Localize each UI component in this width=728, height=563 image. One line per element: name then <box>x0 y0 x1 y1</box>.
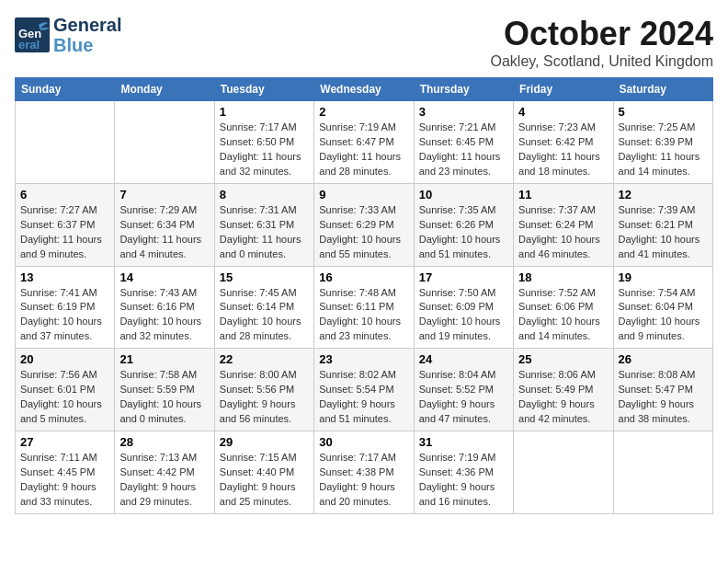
day-info: Sunrise: 7:41 AM Sunset: 6:19 PM Dayligh… <box>20 286 109 345</box>
calendar-cell: 17Sunrise: 7:50 AM Sunset: 6:09 PM Dayli… <box>414 266 513 349</box>
day-number: 21 <box>119 352 209 366</box>
day-number: 22 <box>220 352 309 366</box>
header-sunday: Sunday <box>16 78 115 101</box>
week-row-1: 1Sunrise: 7:17 AM Sunset: 6:50 PM Daylig… <box>16 101 713 184</box>
calendar-cell: 3Sunrise: 7:21 AM Sunset: 6:45 PM Daylig… <box>414 101 513 184</box>
day-number: 24 <box>419 352 508 366</box>
day-number: 25 <box>518 352 608 366</box>
day-info: Sunrise: 7:15 AM Sunset: 4:40 PM Dayligh… <box>220 451 309 510</box>
logo-line1: General <box>53 15 121 35</box>
calendar-cell: 6Sunrise: 7:27 AM Sunset: 6:37 PM Daylig… <box>16 183 115 266</box>
calendar-cell: 28Sunrise: 7:13 AM Sunset: 4:42 PM Dayli… <box>115 431 214 514</box>
day-info: Sunrise: 7:48 AM Sunset: 6:11 PM Dayligh… <box>319 286 408 345</box>
calendar-cell: 5Sunrise: 7:25 AM Sunset: 6:39 PM Daylig… <box>613 101 712 184</box>
day-number: 7 <box>119 188 209 201</box>
day-info: Sunrise: 7:56 AM Sunset: 6:01 PM Dayligh… <box>20 368 109 427</box>
day-number: 14 <box>119 270 209 284</box>
header-monday: Monday <box>115 78 214 101</box>
calendar-cell: 8Sunrise: 7:31 AM Sunset: 6:31 PM Daylig… <box>214 183 313 266</box>
day-info: Sunrise: 8:02 AM Sunset: 5:54 PM Dayligh… <box>319 368 408 427</box>
calendar-cell: 2Sunrise: 7:19 AM Sunset: 6:47 PM Daylig… <box>314 101 414 184</box>
logo-line2: Blue <box>53 35 121 55</box>
day-number: 31 <box>419 435 508 449</box>
day-number: 3 <box>419 105 508 119</box>
day-info: Sunrise: 7:11 AM Sunset: 4:45 PM Dayligh… <box>20 451 109 510</box>
day-number: 12 <box>619 188 708 201</box>
day-info: Sunrise: 8:08 AM Sunset: 5:47 PM Dayligh… <box>619 368 708 427</box>
day-number: 9 <box>319 188 408 201</box>
day-number: 1 <box>220 105 309 119</box>
day-number: 5 <box>619 105 708 119</box>
header-friday: Friday <box>514 78 613 101</box>
day-info: Sunrise: 7:54 AM Sunset: 6:04 PM Dayligh… <box>619 286 708 345</box>
day-info: Sunrise: 7:27 AM Sunset: 6:37 PM Dayligh… <box>20 203 109 262</box>
calendar-cell: 27Sunrise: 7:11 AM Sunset: 4:45 PM Dayli… <box>16 431 115 514</box>
header-tuesday: Tuesday <box>214 78 313 101</box>
day-info: Sunrise: 7:39 AM Sunset: 6:21 PM Dayligh… <box>619 203 708 262</box>
day-info: Sunrise: 7:37 AM Sunset: 6:24 PM Dayligh… <box>518 203 608 262</box>
calendar-cell: 7Sunrise: 7:29 AM Sunset: 6:34 PM Daylig… <box>115 183 214 266</box>
day-number: 16 <box>319 270 408 284</box>
day-number: 13 <box>20 270 109 284</box>
calendar-cell: 18Sunrise: 7:52 AM Sunset: 6:06 PM Dayli… <box>514 266 613 349</box>
header-saturday: Saturday <box>613 78 712 101</box>
day-info: Sunrise: 7:13 AM Sunset: 4:42 PM Dayligh… <box>119 451 209 510</box>
day-info: Sunrise: 7:21 AM Sunset: 6:45 PM Dayligh… <box>419 121 508 179</box>
day-number: 17 <box>419 270 508 284</box>
calendar-cell: 1Sunrise: 7:17 AM Sunset: 6:50 PM Daylig… <box>214 101 313 184</box>
calendar-cell: 4Sunrise: 7:23 AM Sunset: 6:42 PM Daylig… <box>514 101 613 184</box>
calendar-cell: 30Sunrise: 7:17 AM Sunset: 4:38 PM Dayli… <box>314 431 414 514</box>
day-number: 15 <box>220 270 309 284</box>
calendar-cell: 16Sunrise: 7:48 AM Sunset: 6:11 PM Dayli… <box>314 266 414 349</box>
day-info: Sunrise: 7:52 AM Sunset: 6:06 PM Dayligh… <box>518 286 608 345</box>
day-number: 28 <box>119 435 209 449</box>
day-number: 8 <box>220 188 309 201</box>
day-number: 23 <box>319 352 408 366</box>
day-info: Sunrise: 7:43 AM Sunset: 6:16 PM Dayligh… <box>119 286 209 345</box>
day-info: Sunrise: 7:33 AM Sunset: 6:29 PM Dayligh… <box>319 203 408 262</box>
logo: Gen eral General Blue <box>15 15 121 55</box>
day-number: 6 <box>20 188 109 201</box>
day-info: Sunrise: 7:25 AM Sunset: 6:39 PM Dayligh… <box>619 121 708 179</box>
header-thursday: Thursday <box>414 78 513 101</box>
day-number: 18 <box>518 270 608 284</box>
header-wednesday: Wednesday <box>314 78 414 101</box>
day-info: Sunrise: 7:19 AM Sunset: 4:36 PM Dayligh… <box>419 451 508 510</box>
calendar-cell: 26Sunrise: 8:08 AM Sunset: 5:47 PM Dayli… <box>613 349 712 431</box>
calendar-cell: 21Sunrise: 7:58 AM Sunset: 5:59 PM Dayli… <box>115 349 214 431</box>
day-number: 11 <box>518 188 608 201</box>
title-block: October 2024 Oakley, Scotland, United Ki… <box>491 15 714 70</box>
calendar-header-row: SundayMondayTuesdayWednesdayThursdayFrid… <box>16 78 713 101</box>
calendar-cell: 15Sunrise: 7:45 AM Sunset: 6:14 PM Dayli… <box>214 266 313 349</box>
calendar-cell: 31Sunrise: 7:19 AM Sunset: 4:36 PM Dayli… <box>414 431 513 514</box>
day-info: Sunrise: 7:58 AM Sunset: 5:59 PM Dayligh… <box>119 368 209 427</box>
day-info: Sunrise: 7:19 AM Sunset: 6:47 PM Dayligh… <box>319 121 408 179</box>
day-info: Sunrise: 7:50 AM Sunset: 6:09 PM Dayligh… <box>419 286 508 345</box>
calendar-cell: 24Sunrise: 8:04 AM Sunset: 5:52 PM Dayli… <box>414 349 513 431</box>
calendar-table: SundayMondayTuesdayWednesdayThursdayFrid… <box>15 77 713 514</box>
calendar-cell: 29Sunrise: 7:15 AM Sunset: 4:40 PM Dayli… <box>214 431 313 514</box>
calendar-cell: 9Sunrise: 7:33 AM Sunset: 6:29 PM Daylig… <box>314 183 414 266</box>
calendar-cell <box>514 431 613 514</box>
day-number: 20 <box>20 352 109 366</box>
day-info: Sunrise: 7:23 AM Sunset: 6:42 PM Dayligh… <box>518 121 608 179</box>
day-info: Sunrise: 7:17 AM Sunset: 6:50 PM Dayligh… <box>220 121 309 179</box>
week-row-5: 27Sunrise: 7:11 AM Sunset: 4:45 PM Dayli… <box>16 431 713 514</box>
day-info: Sunrise: 8:00 AM Sunset: 5:56 PM Dayligh… <box>220 368 309 427</box>
calendar-cell: 14Sunrise: 7:43 AM Sunset: 6:16 PM Dayli… <box>115 266 214 349</box>
day-number: 19 <box>619 270 708 284</box>
page-header: Gen eral General Blue October 2024 Oakle… <box>15 15 713 70</box>
calendar-cell: 10Sunrise: 7:35 AM Sunset: 6:26 PM Dayli… <box>414 183 513 266</box>
calendar-cell: 11Sunrise: 7:37 AM Sunset: 6:24 PM Dayli… <box>514 183 613 266</box>
day-number: 29 <box>220 435 309 449</box>
calendar-body: 1Sunrise: 7:17 AM Sunset: 6:50 PM Daylig… <box>16 101 713 514</box>
svg-text:eral: eral <box>18 38 40 52</box>
day-info: Sunrise: 8:04 AM Sunset: 5:52 PM Dayligh… <box>419 368 508 427</box>
day-number: 26 <box>619 352 708 366</box>
day-info: Sunrise: 8:06 AM Sunset: 5:49 PM Dayligh… <box>518 368 608 427</box>
calendar-cell: 12Sunrise: 7:39 AM Sunset: 6:21 PM Dayli… <box>613 183 712 266</box>
calendar-cell <box>115 101 214 184</box>
location-subtitle: Oakley, Scotland, United Kingdom <box>491 53 714 70</box>
calendar-cell: 19Sunrise: 7:54 AM Sunset: 6:04 PM Dayli… <box>613 266 712 349</box>
day-info: Sunrise: 7:29 AM Sunset: 6:34 PM Dayligh… <box>119 203 209 262</box>
